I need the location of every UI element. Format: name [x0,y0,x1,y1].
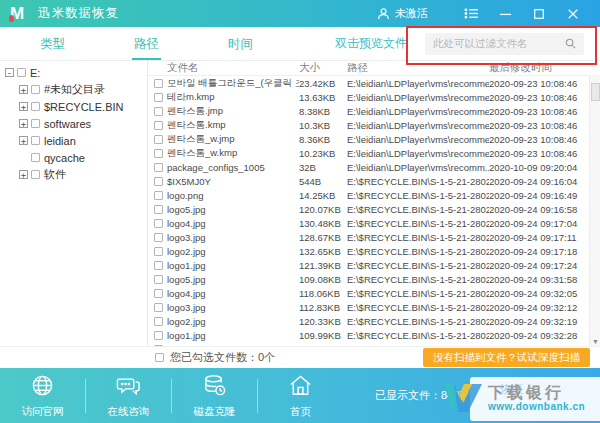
tree-item[interactable]: +软件 [0,166,147,183]
table-row[interactable]: package_configs_100532BE:\leidian\LDPlay… [148,160,589,174]
expand-icon[interactable]: + [19,136,28,145]
tree-item[interactable]: +leidian [0,132,147,149]
tree-checkbox[interactable] [31,102,40,111]
table-row[interactable]: logo3.jpg128.67KBE:\$RECYCLE.BIN\S-1-5-2… [148,230,589,244]
activation-status[interactable]: 未激活 [395,6,428,21]
file-path: E:\leidian\LDPlayer\vms\recomme... [347,120,489,131]
table-row[interactable]: logo2.jpg132.65KBE:\$RECYCLE.BIN\S-1-5-2… [148,244,589,258]
row-checkbox[interactable] [154,317,163,326]
table-row[interactable]: logo1.jpg121.39KBE:\$RECYCLE.BIN\S-1-5-2… [148,258,589,272]
watermark: 恢复 下载银行 www.downbank.cn [442,375,600,423]
scrollbar-thumb[interactable] [591,83,600,101]
tab-type[interactable]: 类型 [38,27,67,60]
scrollbar-down-arrow[interactable]: ▼ [590,338,600,345]
logo-dot [9,15,14,22]
header-file-name[interactable]: 文件名 [167,61,299,75]
table-row[interactable]: 펜타스톰.kmp10.3KBE:\leidian\LDPlayer\vms\re… [148,118,589,132]
file-name: 펜타스톰_w.jmp [167,133,299,146]
tree-checkbox[interactable] [31,136,40,145]
file-size: 109.08KB [299,274,347,285]
table-row[interactable]: logo.png14.25KBE:\$RECYCLE.BIN\S-1-5-21-… [148,188,589,202]
selected-count-label: 您已勾选文件数：0个 [170,350,275,365]
menu-icon[interactable] [454,7,488,20]
table-scrollbar[interactable]: ▼ [589,75,600,346]
row-checkbox[interactable] [154,247,163,256]
table-row[interactable]: $IX5MJ0Y544BE:\$RECYCLE.BIN\S-1-5-21-280… [148,174,589,188]
toolbar-item-website[interactable]: 访问官网 [0,373,85,419]
table-row[interactable]: 펜타스톰.jmp8.38KBE:\leidian\LDPlayer\vms\re… [148,104,589,118]
file-mtime: 2020-09-24 09:17:18 [489,246,589,257]
selected-count-checkbox[interactable] [155,353,164,362]
file-mtime: 2020-09-24 09:17:11 [489,232,589,243]
table-row[interactable]: logo5.jpg120.07KBE:\$RECYCLE.BIN\S-1-5-2… [148,202,589,216]
tab-path[interactable]: 路径 [132,27,161,60]
collapse-icon[interactable]: - [5,68,14,77]
deep-scan-button[interactable]: 没有扫描到文件？试试深度扫描 [423,348,590,367]
expand-icon[interactable]: + [19,85,28,94]
search-box[interactable]: 此处可以过滤文件名 [425,33,584,55]
row-checkbox[interactable] [154,107,163,116]
toolbar-item-label: 访问官网 [22,405,64,419]
tree-checkbox[interactable] [17,68,26,77]
file-name: logo1.jpg [167,260,299,271]
header-path[interactable]: 路径 [347,61,489,75]
tree-checkbox[interactable] [31,153,40,162]
row-checkbox[interactable] [154,331,163,340]
file-table-body: 모바일 배틀그라운드_(우클릭 조...23.42KBE:\leidian\LD… [148,76,589,346]
table-row[interactable]: 펜타스톰_w.jmp8.36KBE:\leidian\LDPlayer\vms\… [148,132,589,146]
row-checkbox[interactable] [154,79,163,88]
table-row[interactable]: logo4.jpg130.48KBE:\$RECYCLE.BIN\S-1-5-2… [148,216,589,230]
row-checkbox[interactable] [154,261,163,270]
toolbar-item-consult[interactable]: 在线咨询 [86,373,171,419]
row-checkbox[interactable] [154,191,163,200]
row-checkbox[interactable] [154,303,163,312]
tree-checkbox[interactable] [31,119,40,128]
disk-clone-icon-item[interactable]: 磁盘克隆 [172,373,257,419]
table-row[interactable]: 펜타스톰_w.kmp10.23KBE:\leidian\LDPlayer\vms… [148,146,589,160]
row-checkbox[interactable] [154,121,163,130]
row-checkbox[interactable] [154,93,163,102]
row-checkbox[interactable] [154,275,163,284]
close-button[interactable] [556,8,590,20]
row-checkbox[interactable] [154,205,163,214]
header-size[interactable]: 大小 [299,61,347,75]
row-checkbox[interactable] [154,163,163,172]
table-row[interactable]: logo5.jpg109.08KBE:\$RECYCLE.BIN\S-1-5-2… [148,272,589,286]
table-row[interactable]: 테라m.kmp13.63KBE:\leidian\LDPlayer\vms\re… [148,90,589,104]
minimize-button[interactable] [488,7,522,20]
file-path: E:\leidian\LDPlayer\vms\recomme... [347,106,489,117]
expand-icon[interactable]: + [19,119,28,128]
toolbar-item-home[interactable]: 首页 [258,373,343,419]
table-row[interactable]: logo2.jpg120.33KBE:\$RECYCLE.BIN\S-1-5-2… [148,314,589,328]
row-checkbox[interactable] [154,219,163,228]
file-size: 544B [299,176,347,187]
row-checkbox[interactable] [154,135,163,144]
table-row[interactable]: logo4.jpg118.06KBE:\$RECYCLE.BIN\S-1-5-2… [148,286,589,300]
maximize-button[interactable] [522,8,556,20]
tree-checkbox[interactable] [31,85,40,94]
expand-icon[interactable]: + [19,102,28,111]
row-checkbox[interactable] [154,149,163,158]
table-row[interactable]: logo1.jpg109.99KBE:\$RECYCLE.BIN\S-1-5-2… [148,328,589,342]
tree-item[interactable]: +#未知父目录 [0,81,147,98]
tree-checkbox[interactable] [31,170,40,179]
row-checkbox[interactable] [154,289,163,298]
expand-icon[interactable]: + [19,170,28,179]
file-name: 모바일 배틀그라운드_(우클릭 조... [167,77,299,90]
tree-item[interactable]: +$RECYCLE.BIN [0,98,147,115]
tree-item[interactable]: qycache [0,149,147,166]
table-row[interactable]: logo3.jpg112.83KBE:\$RECYCLE.BIN\S-1-5-2… [148,300,589,314]
table-row[interactable]: 모바일 배틀그라운드_(우클릭 조...23.42KBE:\leidian\LD… [148,76,589,90]
tree-item[interactable]: +softwares [0,115,147,132]
search-input[interactable]: 此处可以过滤文件名 [433,37,565,51]
file-mtime: 2020-09-23 10:08:46 [489,92,589,103]
search-icon[interactable] [565,35,576,53]
header-mtime[interactable]: 最后修改时间 [489,61,589,75]
row-checkbox[interactable] [154,177,163,186]
file-mtime: 2020-09-24 09:16:04 [489,176,589,187]
user-icon[interactable] [377,7,390,20]
tree-item[interactable]: -E: [0,64,147,81]
tab-time[interactable]: 时间 [226,27,255,60]
row-checkbox[interactable] [154,233,163,242]
file-mtime: 2020-09-23 10:08:46 [489,78,589,89]
